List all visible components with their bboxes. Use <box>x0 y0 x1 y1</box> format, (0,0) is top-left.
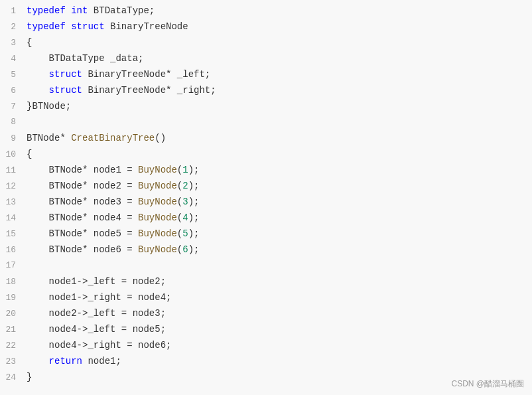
table-row: 22 node4->_right = node6; <box>0 337 532 353</box>
line-content: struct BinaryTreeNode* _left; <box>24 66 532 82</box>
table-row: 1typedef int BTDataType; <box>0 3 532 19</box>
line-number: 16 <box>0 242 24 258</box>
table-row: 23 return node1; <box>0 353 532 369</box>
line-content: BTNode* node3 = BuyNode(3); <box>24 194 532 210</box>
code-container: 1typedef int BTDataType;2typedef struct … <box>0 0 532 395</box>
line-number: 7 <box>0 99 24 115</box>
table-row: 11 BTNode* node1 = BuyNode(1); <box>0 162 532 178</box>
table-row: 7}BTNode; <box>0 98 532 114</box>
line-number: 1 <box>0 3 24 19</box>
line-content: BTNode* CreatBinaryTree() <box>24 130 532 146</box>
line-number: 8 <box>0 114 24 130</box>
line-number: 23 <box>0 354 24 370</box>
line-content: return node1; <box>24 353 532 369</box>
line-number: 19 <box>0 290 24 306</box>
line-content: typedef struct BinaryTreeNode <box>24 19 532 35</box>
line-number: 15 <box>0 226 24 242</box>
line-number: 21 <box>0 322 24 338</box>
line-number: 9 <box>0 131 24 147</box>
table-row: 13 BTNode* node3 = BuyNode(3); <box>0 194 532 210</box>
line-number: 13 <box>0 195 24 210</box>
line-content: node1->_left = node2; <box>24 274 532 289</box>
line-content: BTNode* node2 = BuyNode(2); <box>24 178 532 194</box>
line-content: }BTNode; <box>24 98 532 114</box>
line-content: node2->_left = node3; <box>24 305 532 321</box>
line-number: 10 <box>0 147 24 163</box>
line-number: 5 <box>0 67 24 83</box>
line-content: BTNode* node4 = BuyNode(4); <box>24 210 532 226</box>
line-number: 11 <box>0 163 24 179</box>
line-number: 18 <box>0 274 24 290</box>
line-content: BTNode* node1 = BuyNode(1); <box>24 162 532 178</box>
table-row: 2typedef struct BinaryTreeNode <box>0 19 532 35</box>
table-row: 10{ <box>0 146 532 162</box>
table-row: 14 BTNode* node4 = BuyNode(4); <box>0 210 532 226</box>
line-number: 3 <box>0 35 24 51</box>
line-number: 24 <box>0 370 24 386</box>
table-row: 20 node2->_left = node3; <box>0 305 532 321</box>
table-row: 21 node4->_left = node5; <box>0 321 532 337</box>
table-row: 17 <box>0 258 532 274</box>
table-row: 15 BTNode* node5 = BuyNode(5); <box>0 226 532 242</box>
line-content: typedef int BTDataType; <box>24 3 532 19</box>
line-number: 4 <box>0 51 24 67</box>
line-number: 2 <box>0 19 24 35</box>
watermark: CSDN @醋溜马桶圈 <box>451 378 524 390</box>
table-row: 19 node1->_right = node4; <box>0 289 532 305</box>
table-row: 6 struct BinaryTreeNode* _right; <box>0 82 532 98</box>
line-number: 20 <box>0 306 24 322</box>
line-content: BTDataType _data; <box>24 50 532 66</box>
line-content: { <box>24 35 532 50</box>
line-content: node4->_left = node5; <box>24 321 532 337</box>
line-content: BTNode* node5 = BuyNode(5); <box>24 226 532 242</box>
line-number: 6 <box>0 83 24 99</box>
line-number: 17 <box>0 258 24 274</box>
line-number: 12 <box>0 179 24 195</box>
line-number: 22 <box>0 338 24 354</box>
table-row: 4 BTDataType _data; <box>0 50 532 66</box>
line-content: struct BinaryTreeNode* _right; <box>24 82 532 98</box>
table-row: 16 BTNode* node6 = BuyNode(6); <box>0 242 532 258</box>
table-row: 3{ <box>0 35 532 50</box>
line-content: node1->_right = node4; <box>24 289 532 305</box>
table-row: 5 struct BinaryTreeNode* _left; <box>0 66 532 82</box>
line-content: { <box>24 146 532 162</box>
line-content: BTNode* node6 = BuyNode(6); <box>24 242 532 258</box>
table-row: 9BTNode* CreatBinaryTree() <box>0 130 532 146</box>
line-number: 14 <box>0 210 24 226</box>
table-row: 18 node1->_left = node2; <box>0 274 532 289</box>
table-row: 12 BTNode* node2 = BuyNode(2); <box>0 178 532 194</box>
table-row: 8 <box>0 114 532 130</box>
line-content: node4->_right = node6; <box>24 337 532 353</box>
